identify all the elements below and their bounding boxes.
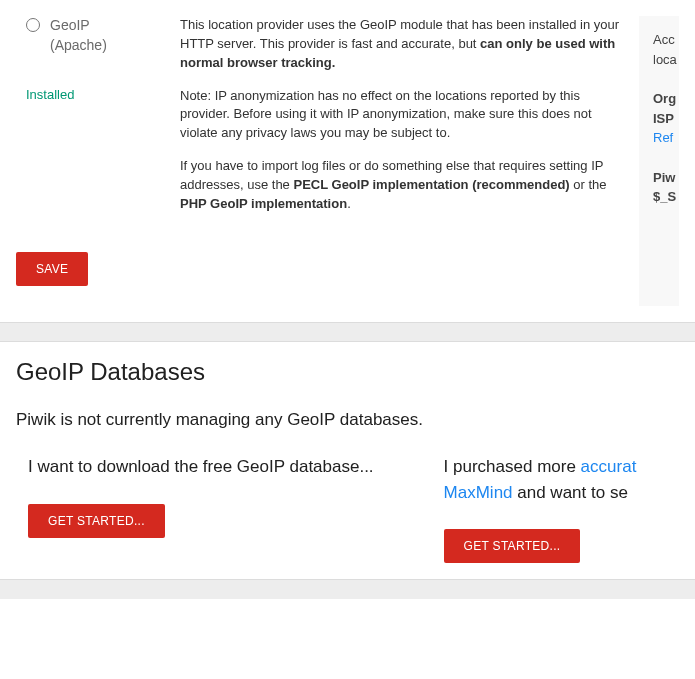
desc-paragraph-3: If you have to import log files or do so…	[180, 157, 629, 214]
radio-wrapper	[16, 16, 40, 35]
side-block-3: Piw $_S	[653, 168, 679, 207]
desc-text: or the	[570, 177, 607, 192]
purchased-title: I purchased more accurat MaxMind and wan…	[444, 454, 637, 505]
purchased-column: I purchased more accurat MaxMind and wan…	[444, 454, 637, 563]
col-text: I purchased more	[444, 457, 581, 476]
provider-section: GeoIP (Apache) Installed This location p…	[16, 16, 679, 306]
geoip-db-status: Piwik is not currently managing any GeoI…	[16, 410, 679, 430]
section-separator	[0, 579, 695, 599]
side-text: ISP	[653, 109, 679, 129]
side-text: loca	[653, 50, 679, 70]
provider-name-line2: (Apache)	[50, 36, 107, 56]
geoip-databases-card: GeoIP Databases Piwik is not currently m…	[0, 342, 695, 579]
download-free-title: I want to download the free GeoIP databa…	[28, 454, 374, 480]
desc-paragraph-2: Note: IP anonymization has no effect on …	[180, 87, 629, 144]
location-provider-card: GeoIP (Apache) Installed This location p…	[0, 0, 695, 322]
desc-text: .	[347, 196, 351, 211]
desc-bold: PHP GeoIP implementation	[180, 196, 347, 211]
save-button[interactable]: SAVE	[16, 252, 88, 286]
info-side-panel: Acc loca Org ISP Ref Piw $_S	[639, 16, 679, 306]
side-block-2: Org ISP Ref	[653, 89, 679, 148]
provider-row: GeoIP (Apache) Installed This location p…	[16, 16, 629, 228]
col-text: and want to se	[513, 483, 628, 502]
get-started-free-button[interactable]: GET STARTED...	[28, 504, 165, 538]
provider-description: This location provider uses the GeoIP mo…	[180, 16, 629, 228]
save-button-wrapper: SAVE	[16, 252, 629, 286]
side-link[interactable]: Ref	[653, 128, 679, 148]
get-started-purchased-button[interactable]: GET STARTED...	[444, 529, 581, 563]
accurate-link[interactable]: accurat	[581, 457, 637, 476]
side-block-1: Acc loca	[653, 30, 679, 69]
provider-main: GeoIP (Apache) Installed This location p…	[16, 16, 629, 306]
provider-radio-geoip-apache[interactable]	[26, 18, 40, 32]
section-separator	[0, 322, 695, 342]
side-text: Piw	[653, 168, 679, 188]
desc-bold: PECL GeoIP implementation (recommended)	[293, 177, 569, 192]
provider-selector: GeoIP (Apache)	[16, 16, 166, 55]
installed-badge: Installed	[26, 87, 166, 102]
side-text: Acc	[653, 30, 679, 50]
provider-name-line1: GeoIP	[50, 16, 107, 36]
geoip-db-title: GeoIP Databases	[16, 358, 679, 386]
provider-name: GeoIP (Apache)	[50, 16, 107, 55]
desc-paragraph-1: This location provider uses the GeoIP mo…	[180, 16, 629, 73]
geoip-db-options: I want to download the free GeoIP databa…	[16, 454, 679, 563]
side-text: $_S	[653, 187, 679, 207]
maxmind-link[interactable]: MaxMind	[444, 483, 513, 502]
side-text: Org	[653, 89, 679, 109]
download-free-column: I want to download the free GeoIP databa…	[16, 454, 374, 563]
